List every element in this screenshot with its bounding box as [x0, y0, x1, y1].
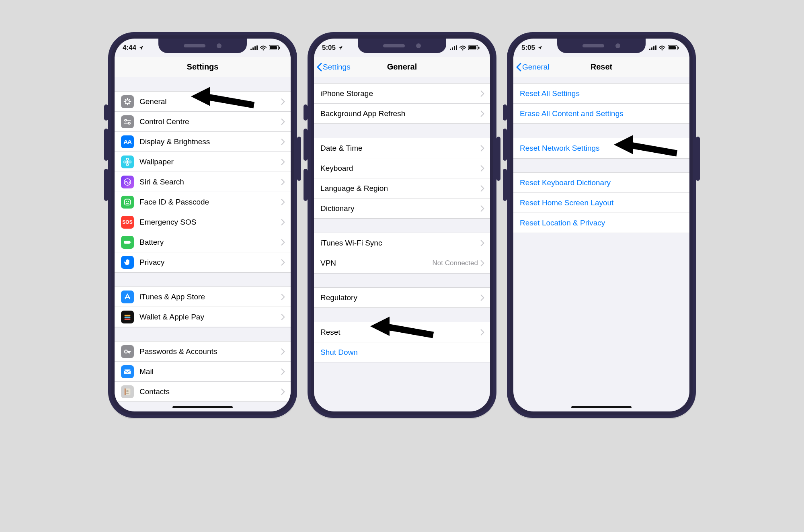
cellular-signal-icon [250, 45, 258, 50]
row-label: Battery [139, 238, 281, 247]
row-label: iTunes & App Store [139, 293, 281, 301]
row-contacts[interactable]: Contacts [115, 382, 291, 402]
row-wallpaper[interactable]: Wallpaper [115, 152, 291, 172]
row-label: Reset All Settings [520, 89, 684, 98]
row-face-id-passcode[interactable]: Face ID & Passcode [115, 192, 291, 212]
row-reset-all-settings[interactable]: Reset All Settings [513, 84, 689, 104]
row-label: Emergency SOS [139, 218, 281, 227]
row-vpn[interactable]: VPN Not Connected [314, 253, 490, 273]
row-display-brightness[interactable]: AA Display & Brightness [115, 132, 291, 152]
chevron-right-icon [281, 239, 285, 246]
status-time: 4:44 [123, 44, 136, 52]
home-indicator [571, 406, 632, 408]
wifi-icon [459, 45, 466, 51]
contacts-icon [121, 385, 134, 398]
speaker-icon [184, 44, 205, 47]
row-label: iPhone Storage [320, 89, 480, 98]
row-label: Shut Down [320, 348, 484, 357]
row-label: VPN [320, 259, 433, 268]
volume-up-button [503, 129, 507, 161]
row-regulatory[interactable]: Regulatory [314, 288, 490, 308]
chevron-right-icon [281, 348, 285, 355]
back-label: General [522, 63, 550, 72]
chevron-right-icon [281, 178, 285, 186]
row-general[interactable]: General [115, 92, 291, 112]
back-button[interactable]: Settings [316, 57, 351, 77]
row-label: Passwords & Accounts [139, 347, 281, 356]
row-keyboard[interactable]: Keyboard [314, 158, 490, 178]
row-reset-keyboard-dictionary[interactable]: Reset Keyboard Dictionary [513, 173, 689, 193]
row-label: Erase All Content and Settings [520, 109, 684, 118]
row-label: Dictionary [320, 204, 480, 213]
row-reset-network-settings[interactable]: Reset Network Settings [513, 138, 689, 158]
row-siri-search[interactable]: Siri & Search [115, 172, 291, 192]
mute-switch [304, 104, 308, 121]
row-reset-home-screen-layout[interactable]: Reset Home Screen Layout [513, 193, 689, 213]
row-itunes-wi-fi-sync[interactable]: iTunes Wi-Fi Sync [314, 233, 490, 253]
row-emergency-sos[interactable]: SOS Emergency SOS [115, 212, 291, 232]
row-label: Keyboard [320, 164, 480, 173]
row-privacy[interactable]: Privacy [115, 252, 291, 272]
row-iphone-storage[interactable]: iPhone Storage [314, 84, 490, 104]
settings-list[interactable]: General Control Centre AA Display & Brig… [115, 77, 291, 402]
nav-title: General [387, 62, 417, 72]
row-reset-location-privacy[interactable]: Reset Location & Privacy [513, 213, 689, 233]
chevron-right-icon [480, 294, 484, 301]
key-icon [121, 345, 134, 358]
chevron-right-icon [281, 138, 285, 145]
row-erase-all-content-and-settings[interactable]: Erase All Content and Settings [513, 104, 689, 124]
row-label: Language & Region [320, 184, 480, 193]
settings-list[interactable]: iPhone Storage Background App Refresh Da… [314, 77, 490, 362]
chevron-right-icon [480, 110, 484, 117]
chevron-right-icon [281, 259, 285, 266]
location-arrow-icon [139, 45, 144, 50]
phone-1: 4:44 Settings General Control Centre AA … [108, 32, 297, 418]
row-wallet-apple-pay[interactable]: Wallet & Apple Pay [115, 307, 291, 327]
row-label: iTunes Wi-Fi Sync [320, 239, 480, 248]
row-mail[interactable]: Mail [115, 362, 291, 382]
row-label: Reset Location & Privacy [520, 219, 684, 227]
wifi-icon [260, 45, 267, 51]
row-label: Mail [139, 367, 281, 376]
chevron-right-icon [281, 313, 285, 321]
chevron-right-icon [281, 388, 285, 395]
hand-icon [121, 256, 134, 269]
row-battery[interactable]: Battery [115, 232, 291, 252]
row-background-app-refresh[interactable]: Background App Refresh [314, 104, 490, 124]
chevron-right-icon [480, 205, 484, 212]
screen: 4:44 Settings General Control Centre AA … [115, 39, 291, 411]
volume-up-button [304, 129, 308, 161]
row-date-time[interactable]: Date & Time [314, 138, 490, 158]
row-reset[interactable]: Reset [314, 322, 490, 342]
chevron-right-icon [480, 239, 484, 247]
nav-bar: General Reset [513, 57, 689, 77]
section-gap [115, 327, 291, 342]
location-arrow-icon [338, 45, 343, 50]
row-passwords-accounts[interactable]: Passwords & Accounts [115, 342, 291, 362]
row-label: Display & Brightness [139, 137, 281, 146]
notch [557, 39, 646, 53]
row-label: General [139, 97, 281, 106]
row-shut-down[interactable]: Shut Down [314, 342, 490, 362]
mute-switch [503, 104, 507, 121]
row-dictionary[interactable]: Dictionary [314, 198, 490, 219]
chevron-back-icon [516, 63, 521, 72]
back-label: Settings [323, 63, 351, 72]
wifi-icon [659, 45, 665, 51]
section-gap [513, 158, 689, 173]
chevron-back-icon [316, 63, 322, 72]
chevron-right-icon [281, 368, 285, 375]
section-gap [115, 77, 291, 92]
row-label: Control Centre [139, 117, 281, 126]
row-language-region[interactable]: Language & Region [314, 178, 490, 198]
status-time: 5:05 [322, 44, 336, 52]
cellular-signal-icon [450, 45, 457, 50]
chevron-right-icon [480, 260, 484, 267]
back-button[interactable]: General [516, 57, 550, 77]
row-control-centre[interactable]: Control Centre [115, 112, 291, 132]
row-label: Face ID & Passcode [139, 198, 281, 207]
section-gap [314, 77, 490, 84]
notch [358, 39, 446, 53]
row-itunes-app-store[interactable]: iTunes & App Store [115, 287, 291, 307]
settings-list[interactable]: Reset All Settings Erase All Content and… [513, 77, 689, 233]
